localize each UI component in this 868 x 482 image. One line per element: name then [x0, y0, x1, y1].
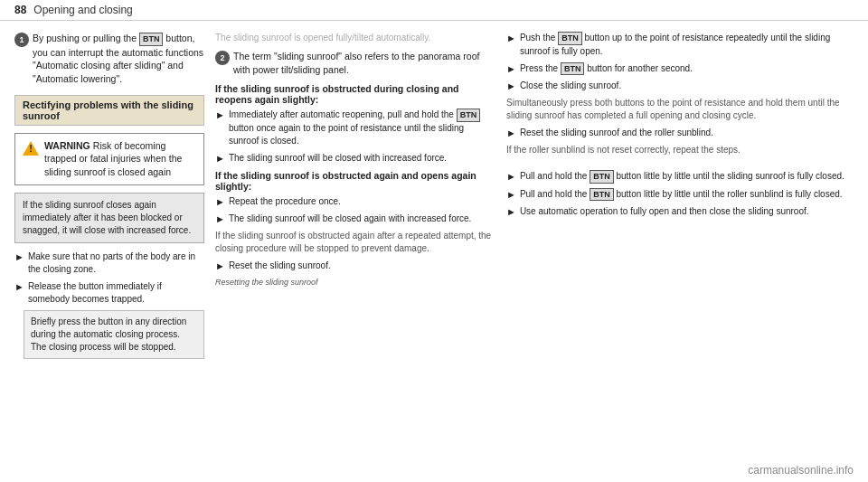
right-arrow-text-4: Reset the sliding sunroof and the roller… — [520, 127, 713, 139]
mid-section1-title: If the sliding sunroof is obstructed dur… — [215, 83, 495, 105]
right-arrow-icon-7: ► — [506, 206, 516, 217]
right-arrow-3: ► Close the sliding sunroof. — [506, 80, 854, 92]
right-arrow-icon-2: ► — [506, 63, 516, 74]
right-arrow-text-6: Pull and hold the BTN button little by l… — [520, 188, 843, 202]
page-container: 88 Opening and closing 1 By pushing or p… — [0, 0, 868, 482]
right-info-text2: If the roller sunblind is not reset corr… — [506, 144, 854, 156]
mid-section3-text: If the sliding sunroof is obstructed aga… — [215, 230, 495, 255]
right-arrow-text-1: Push the BTN button up to the point of r… — [520, 32, 854, 58]
header-bar: 88 Opening and closing — [0, 0, 868, 21]
mid-column: The sliding sunroof is opened fully/tilt… — [215, 32, 495, 468]
right-arrow-icon-1: ► — [506, 33, 516, 43]
content-area: 1 By pushing or pulling the BTN button, … — [0, 21, 868, 476]
right-arrow-icon-5: ► — [506, 171, 516, 182]
mid-arrow-2: ► The sliding sunroof will be closed wit… — [215, 152, 495, 165]
mid-arrow-text-2: The sliding sunroof will be closed with … — [229, 152, 447, 165]
mid-intro-text: The sliding sunroof is opened fully/tilt… — [215, 32, 495, 44]
header-title: Opening and closing — [33, 4, 132, 16]
badge2-row: 2 The term "sliding sunroof" also refers… — [215, 50, 495, 76]
right-arrow-text-5: Pull and hold the BTN button little by l… — [520, 170, 844, 184]
mid-arrow-text-4: The sliding sunroof will be closed again… — [229, 213, 471, 225]
mid-arrow-text-1: Immediately after automatic reopening, p… — [229, 109, 495, 147]
right-arrow-5: ► Pull and hold the BTN button little by… — [506, 170, 854, 184]
warning-label: WARNING — [44, 140, 90, 151]
mid-arrow-icon-5: ► — [215, 260, 225, 271]
mid-section2-title: If the sliding sunroof is obstructed aga… — [215, 170, 495, 192]
sub-info-box: Briefly press the button in any directio… — [24, 310, 204, 359]
right-arrow-text-3: Close the sliding sunroof. — [520, 80, 621, 92]
right-arrow-icon-4: ► — [506, 128, 516, 138]
mid-arrow-1: ► Immediately after automatic reopening,… — [215, 109, 495, 147]
section-heading: Rectifying problems with the sliding sun… — [14, 95, 204, 126]
mid-arrow-icon-4: ► — [215, 213, 225, 224]
left-column: 1 By pushing or pulling the BTN button, … — [14, 32, 204, 468]
arrow-text-1: Make sure that no parts of the body are … — [28, 250, 204, 276]
badge-1: 1 — [14, 33, 29, 47]
arrow-text-2: Release the button immediately if somebo… — [28, 280, 204, 306]
badge-2: 2 — [215, 51, 230, 65]
info-box-1: If the sliding sunroof closes again imme… — [14, 193, 204, 243]
right-arrow-4: ► Reset the sliding sunroof and the roll… — [506, 127, 854, 139]
right-arrow-icon-6: ► — [506, 189, 516, 200]
page-number: 88 — [14, 4, 26, 16]
right-arrow-6: ► Pull and hold the BTN button little by… — [506, 188, 854, 202]
right-arrow-icon-3: ► — [506, 80, 516, 91]
intro-text: By pushing or pulling the BTN button, yo… — [33, 32, 204, 86]
arrow-item-1: ► Make sure that no parts of the body ar… — [14, 250, 204, 276]
warning-box: ! WARNING Risk of becoming trapped or fa… — [14, 133, 204, 185]
intro-row: 1 By pushing or pulling the BTN button, … — [14, 32, 204, 86]
mid-arrow-5: ► Reset the sliding sunroof. — [215, 260, 495, 272]
right-arrow-text-2: Press the BTN button for another second. — [520, 62, 693, 76]
right-arrow-1: ► Push the BTN button up to the point of… — [506, 32, 854, 58]
footer-note: Resetting the sliding sunroof — [215, 278, 495, 287]
mid-arrow-icon-2: ► — [215, 153, 225, 164]
mid-arrow-text-5: Reset the sliding sunroof. — [229, 260, 331, 272]
arrow-item-2: ► Release the button immediately if some… — [14, 280, 204, 306]
watermark: carmanualsonline.info — [748, 464, 854, 477]
right-arrow-2: ► Press the BTN button for another secon… — [506, 62, 854, 76]
right-column: ► Push the BTN button up to the point of… — [506, 32, 854, 468]
badge2-text: The term "sliding sunroof" also refers t… — [233, 50, 495, 76]
arrow-icon-1: ► — [14, 251, 24, 262]
mid-arrow-text-3: Repeat the procedure once. — [229, 195, 341, 208]
right-arrow-text-7: Use automatic operation to fully open an… — [520, 205, 809, 218]
right-arrow-7: ► Use automatic operation to fully open … — [506, 205, 854, 218]
right-info-text: Simultaneously press both buttons to the… — [506, 97, 854, 122]
mid-arrow-icon-3: ► — [215, 196, 225, 207]
mid-arrow-icon-1: ► — [215, 109, 225, 120]
arrow-icon-2: ► — [14, 281, 24, 292]
mid-arrow-4: ► The sliding sunroof will be closed aga… — [215, 213, 495, 225]
mid-arrow-3: ► Repeat the procedure once. — [215, 195, 495, 208]
